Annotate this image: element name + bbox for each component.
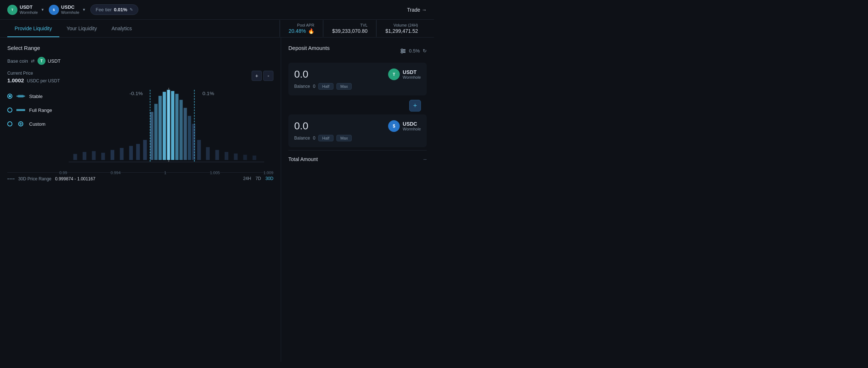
svg-point-50 xyxy=(401,52,403,53)
stat-pool-apr: Pool APR 20.48% 🔥 xyxy=(280,20,323,37)
svg-rect-20 xyxy=(143,140,147,160)
pool-apr-value: 20.48% xyxy=(289,28,306,34)
token-b-symbol: USDC xyxy=(61,4,79,10)
refresh-icon[interactable]: ↻ xyxy=(423,48,427,54)
slippage-value: 0.5% xyxy=(409,48,420,54)
max-a-button[interactable]: Max xyxy=(336,83,352,90)
fee-tier[interactable]: Fee tier 0.01% ✎ xyxy=(90,4,138,15)
top-bar: T USDT Wormhole ▼ $ USDC Wormhole ▼ Fee … xyxy=(0,0,434,20)
deposit-header: Deposit Amounts 0.5% ↻ xyxy=(288,45,427,57)
stable-radio xyxy=(7,94,12,99)
svg-point-48 xyxy=(401,49,403,50)
trade-button[interactable]: Trade → xyxy=(407,7,427,13)
deposit-a-balance-row: Balance 0 Half Max xyxy=(294,83,421,90)
max-b-button[interactable]: Max xyxy=(336,135,352,141)
half-b-button[interactable]: Half xyxy=(318,135,334,141)
tab-analytics[interactable]: Analytics xyxy=(104,20,139,37)
settings-icon xyxy=(400,48,406,54)
range-option-stable[interactable]: Stable xyxy=(7,91,52,101)
chart-label-0: 0.99 xyxy=(59,171,67,175)
deposit-a-amount[interactable]: 0.0 xyxy=(294,68,308,80)
svg-rect-27 xyxy=(175,94,178,160)
tabs-bar: Provide Liquidity Your Liquidity Analyti… xyxy=(0,20,434,38)
token-a-badge: T USDT Wormhole xyxy=(388,68,421,80)
current-price-label: Current Price xyxy=(7,71,60,76)
price-range-label: 30D Price Range xyxy=(18,176,51,181)
time-btn-30d[interactable]: 30D xyxy=(265,176,273,181)
range-option-full[interactable]: Full Range xyxy=(7,105,52,115)
svg-text:$: $ xyxy=(53,8,55,12)
svg-rect-31 xyxy=(192,124,195,160)
tabs-left: Provide Liquidity Your Liquidity Analyti… xyxy=(7,20,280,37)
svg-rect-7 xyxy=(16,110,25,110)
token-b-network: Wormhole xyxy=(61,10,79,15)
volume-label: Volume (24H) xyxy=(385,23,418,27)
token-a-info: USDT Wormhole xyxy=(20,4,38,15)
total-label: Total Amount xyxy=(288,156,318,162)
token-b-chevron: ▼ xyxy=(82,8,86,12)
fire-icon: 🔥 xyxy=(308,28,314,34)
price-range-values: 0.999874 - 1.001167 xyxy=(55,176,95,181)
range-options: Stable Full Range Custom xyxy=(7,88,52,129)
svg-rect-33 xyxy=(206,147,210,160)
token-b-badge: $ USDC Wormhole xyxy=(388,120,421,132)
chart-label-1: 0.994 xyxy=(111,171,121,175)
token-b-pill[interactable]: $ USDC Wormhole ▼ xyxy=(49,4,86,15)
zoom-out-button[interactable]: - xyxy=(263,71,273,81)
time-btn-24h[interactable]: 24H xyxy=(243,176,251,181)
svg-rect-21 xyxy=(150,112,153,160)
stat-tvl: TVL $39,233,070.80 xyxy=(323,20,376,37)
tab-your-liquidity[interactable]: Your Liquidity xyxy=(59,20,104,37)
range-option-custom[interactable]: Custom xyxy=(7,119,52,129)
deposit-usdt-icon: T xyxy=(388,68,400,80)
top-bar-left: T USDT Wormhole ▼ $ USDC Wormhole ▼ Fee … xyxy=(7,4,138,15)
svg-rect-34 xyxy=(215,150,219,160)
full-range-icon xyxy=(16,107,25,113)
half-a-button[interactable]: Half xyxy=(318,83,334,90)
total-row: Total Amount -- xyxy=(288,150,427,162)
plus-divider: + xyxy=(288,98,427,113)
zoom-buttons: + - xyxy=(252,71,273,81)
svg-text:T: T xyxy=(393,72,395,77)
svg-text:T: T xyxy=(11,8,13,12)
svg-rect-28 xyxy=(179,100,183,160)
base-coin-token: T USDT xyxy=(38,57,60,65)
svg-text:$: $ xyxy=(393,124,395,129)
main-content: Select Range Base coin ⇄ T USDT Current … xyxy=(0,38,434,362)
switch-icon[interactable]: ⇄ xyxy=(31,58,35,63)
token-a-chevron: ▼ xyxy=(41,8,44,12)
plus-icon: + xyxy=(409,100,421,111)
volume-value: $1,299,471.52 xyxy=(385,28,418,34)
tab-provide-liquidity[interactable]: Provide Liquidity xyxy=(7,20,59,37)
current-price-unit: USDC per USDT xyxy=(27,78,60,83)
total-value: -- xyxy=(423,156,427,162)
token-a-pill[interactable]: T USDT Wormhole ▼ xyxy=(7,4,44,15)
token-a-network: Wormhole xyxy=(20,10,38,15)
svg-rect-23 xyxy=(158,96,162,160)
svg-rect-19 xyxy=(136,144,140,160)
edit-icon[interactable]: ✎ xyxy=(130,7,133,12)
svg-rect-13 xyxy=(83,152,86,160)
deposit-b-amount[interactable]: 0.0 xyxy=(294,120,308,132)
token-a-badge-info: USDT Wormhole xyxy=(403,69,421,79)
deposit-usdc-icon: $ xyxy=(388,120,400,132)
right-panel: Deposit Amounts 0.5% ↻ 0.0 xyxy=(281,38,434,362)
tvl-value: $39,233,070.80 xyxy=(332,28,367,34)
balance-a-value: 0 xyxy=(313,84,315,89)
chart-label-3: 1.005 xyxy=(210,171,220,175)
base-coin-label: Base coin xyxy=(7,58,28,64)
token-b-badge-info: USDC Wormhole xyxy=(403,121,421,131)
svg-rect-32 xyxy=(197,140,201,160)
zoom-in-button[interactable]: + xyxy=(252,71,262,81)
svg-rect-12 xyxy=(73,154,77,160)
token-a-symbol: USDT xyxy=(20,4,38,10)
svg-rect-36 xyxy=(234,153,237,160)
time-btn-7d[interactable]: 7D xyxy=(256,176,261,181)
base-coin-row: Base coin ⇄ T USDT xyxy=(7,57,273,65)
deposit-b-symbol: USDC xyxy=(403,121,421,127)
full-range-label: Full Range xyxy=(29,107,52,113)
deposit-a-symbol: USDT xyxy=(403,69,421,75)
custom-icon xyxy=(16,121,25,127)
deposit-b-balance-row: Balance 0 Half Max xyxy=(294,135,421,141)
current-price-block: Current Price 1.0002 USDC per USDT xyxy=(7,71,60,83)
